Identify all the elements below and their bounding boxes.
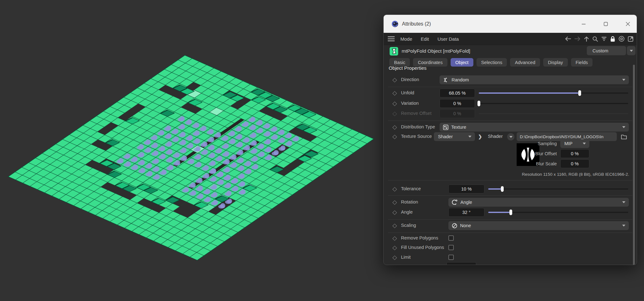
remove-offset-label: Remove Offset — [401, 111, 431, 116]
distribution-type-dropdown[interactable]: Texture — [440, 123, 629, 132]
close-button[interactable] — [619, 15, 637, 33]
record-target-icon[interactable] — [618, 36, 625, 42]
tab-object[interactable]: Object — [451, 58, 473, 67]
none-slash-icon — [452, 223, 457, 228]
keyframe-diamond-icon[interactable] — [392, 210, 397, 215]
slider-variation[interactable] — [479, 99, 628, 108]
rotation-label: Rotation — [401, 199, 418, 204]
close-icon — [626, 22, 630, 26]
slider-unfold[interactable] — [479, 89, 628, 97]
remove-polygons-label: Remove Polygons — [401, 235, 438, 240]
up-arrow-icon[interactable] — [584, 36, 589, 42]
limit-label: Limit — [401, 255, 411, 260]
blur-scale-value-field[interactable]: 0 % — [560, 159, 589, 168]
limit-checkbox[interactable] — [448, 255, 454, 260]
panel-scrollbar[interactable] — [633, 65, 635, 265]
section-object-properties: Object Properties — [389, 65, 427, 71]
slider-handle[interactable] — [477, 101, 480, 106]
distribution-type-label: Distribution Type — [401, 124, 435, 129]
attributes-window: Attributes (2) Mode Edit User Data mt — [383, 15, 637, 265]
row-unfold: Unfold 68.05 % — [384, 89, 637, 98]
row-tolerance: Tolerance 10 % — [384, 185, 637, 194]
keyframe-diamond-icon[interactable] — [392, 125, 397, 130]
row-remove-polygons: Remove Polygons — [384, 234, 637, 243]
cinema4d-logo-icon — [391, 20, 399, 28]
direction-label: Direction — [401, 77, 419, 82]
maximize-button[interactable] — [597, 15, 615, 33]
menu-mode[interactable]: Mode — [400, 36, 412, 42]
row-scaling: Scaling None — [384, 221, 637, 230]
unfold-value-field[interactable]: 68.05 % — [440, 89, 475, 97]
scaling-dropdown[interactable]: None — [448, 221, 629, 230]
chevron-down-icon — [622, 79, 625, 81]
keyframe-diamond-icon[interactable] — [392, 224, 397, 228]
keyframe-diamond-icon[interactable] — [392, 78, 397, 82]
keyframe-diamond-icon[interactable] — [392, 102, 397, 106]
blur-scale-label: Blur Scale — [516, 161, 557, 166]
sampling-dropdown[interactable]: MIP — [560, 139, 589, 148]
tab-advanced[interactable]: Advanced — [510, 58, 540, 67]
row-rotation: Rotation Angle — [384, 198, 637, 207]
texture-checker-icon — [443, 125, 448, 130]
folder-icon — [621, 134, 627, 139]
tab-fields[interactable]: Fields — [571, 58, 593, 67]
shader-menu-button[interactable] — [507, 133, 514, 140]
remove-offset-value-field: 0 % — [440, 109, 475, 118]
keyframe-diamond-icon[interactable] — [392, 256, 397, 260]
slider-handle[interactable] — [509, 210, 512, 215]
hamburger-menu-icon[interactable] — [388, 36, 395, 41]
scaling-value: None — [460, 223, 471, 228]
blur-offset-label: Blur Offset — [516, 151, 557, 156]
keyframe-diamond-icon[interactable] — [392, 135, 397, 139]
lock-icon[interactable] — [610, 36, 616, 42]
row-angle: Angle 32 ° — [384, 208, 637, 217]
window-title: Attributes (2) — [402, 21, 431, 27]
menu-edit[interactable]: Edit — [421, 36, 429, 42]
search-icon[interactable] — [592, 36, 598, 42]
mtpolyfold-object-icon[interactable] — [390, 47, 398, 56]
filter-icon[interactable] — [601, 36, 607, 41]
sampling-label: Sampling — [516, 141, 557, 146]
back-arrow-icon[interactable] — [565, 36, 571, 42]
chevron-down-icon — [509, 136, 513, 138]
object-name: mtPolyFold Object [mtPolyFold] — [402, 48, 470, 54]
tab-display[interactable]: Display — [543, 58, 568, 67]
tab-selections[interactable]: Selections — [477, 58, 507, 67]
keyframe-diamond-icon — [392, 112, 397, 116]
forward-arrow-icon[interactable] — [574, 36, 581, 42]
row-fill-unused-polygons: Fill Unused Polygons — [384, 243, 637, 252]
menu-user-data[interactable]: User Data — [437, 36, 459, 42]
slider-tolerance[interactable] — [488, 185, 628, 193]
keyframe-diamond-icon[interactable] — [392, 246, 397, 250]
row-remove-offset: Remove Offset 0 % — [384, 109, 637, 118]
slider-handle[interactable] — [578, 90, 581, 96]
rotation-dropdown[interactable]: Angle — [448, 198, 629, 207]
rotation-angle-icon — [452, 199, 458, 205]
variation-value-field[interactable]: 0 % — [440, 99, 475, 108]
remove-polygons-checkbox[interactable] — [448, 235, 454, 241]
minimize-button[interactable] — [575, 15, 592, 33]
direction-dropdown[interactable]: Random — [440, 75, 629, 84]
slider-angle[interactable] — [488, 208, 628, 217]
keyframe-diamond-icon[interactable] — [392, 91, 397, 96]
keyframe-diamond-icon[interactable] — [392, 200, 397, 205]
keyframe-diamond-icon[interactable] — [392, 187, 397, 192]
browse-folder-button[interactable] — [619, 133, 629, 141]
slider-remove-offset — [479, 109, 628, 118]
expander-chevron-icon[interactable]: ❯ — [478, 134, 482, 139]
chevron-down-icon — [630, 50, 633, 52]
resolution-note: Resolution 1150 x 1160, RGB (8 Bit), sRG… — [522, 172, 629, 177]
chevron-down-icon — [583, 143, 586, 145]
texture-source-value: Shader — [438, 134, 453, 139]
fill-unused-polygons-checkbox[interactable] — [448, 245, 454, 250]
preset-dropdown[interactable]: Custom — [587, 46, 626, 55]
slider-handle[interactable] — [501, 186, 504, 192]
preset-caret-button[interactable] — [627, 46, 635, 55]
shader-label: Shader — [488, 134, 503, 139]
angle-value-field[interactable]: 32 ° — [448, 208, 484, 217]
open-external-icon[interactable] — [628, 36, 634, 42]
keyframe-diamond-icon[interactable] — [392, 236, 397, 241]
texture-source-dropdown[interactable]: Shader — [434, 132, 475, 141]
tolerance-value-field[interactable]: 10 % — [448, 185, 484, 193]
blur-offset-value-field[interactable]: 0 % — [560, 149, 589, 158]
